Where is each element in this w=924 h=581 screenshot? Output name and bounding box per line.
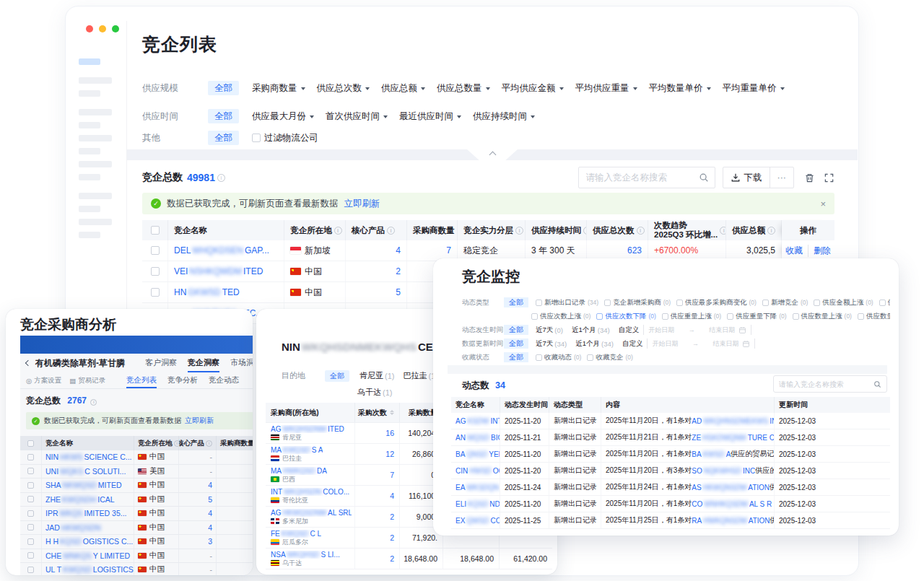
delete-button[interactable]	[804, 172, 815, 183]
custom-range-label[interactable]: 自定义	[619, 326, 640, 335]
calendar-icon[interactable]	[742, 340, 750, 348]
times-link[interactable]: 16	[385, 429, 394, 437]
core-product-cell[interactable]: 4	[179, 507, 217, 520]
core-product-cell[interactable]: 5	[346, 282, 407, 302]
filter-all-chip[interactable]: 全部	[504, 338, 528, 349]
date-range-input[interactable]: 开始日期 → 结束日期	[643, 325, 751, 335]
mini-tab[interactable]: 客户洞察	[145, 354, 177, 372]
checkbox-icon[interactable]	[27, 552, 34, 559]
mini-subtab[interactable]: 竞企列表	[126, 372, 157, 388]
filter-dropdown[interactable]: 供应总额	[381, 82, 425, 95]
mini-subtab[interactable]: 竞企动态	[209, 372, 239, 388]
competitor-search[interactable]	[578, 167, 715, 188]
type-option-checkbox[interactable]: 供应重量上涨(0)	[662, 312, 721, 321]
scheme-settings-button[interactable]: ◎方案设置	[26, 376, 61, 385]
target-name-visible[interactable]: AS	[692, 484, 701, 492]
info-icon[interactable]	[720, 227, 726, 235]
filter-dropdown[interactable]: 供应最大月份	[252, 110, 314, 123]
type-option-checkbox[interactable]: 新增竞企(0)	[762, 298, 808, 307]
info-icon[interactable]	[767, 227, 775, 235]
core-product-cell[interactable]: 5	[179, 493, 217, 507]
competitor-name-link[interactable]: DELWHQKDSENGAP...	[174, 245, 269, 255]
times-link[interactable]: 2	[390, 554, 394, 563]
refresh-now-link[interactable]: 立即刷新	[344, 198, 380, 210]
competitor-name-link[interactable]: VEINSHKQWDMITED	[174, 266, 263, 276]
core-product-cell[interactable]: 4	[179, 479, 217, 492]
target-name-visible[interactable]: INES	[770, 417, 775, 425]
checkbox-icon[interactable]	[27, 496, 34, 502]
times-link[interactable]: 2	[390, 512, 394, 521]
time-option[interactable]: 近1个月(34)	[572, 326, 610, 335]
buyer-count-cell[interactable]: 7	[407, 240, 458, 261]
competitor-name-link[interactable]: CINHWSDOGIS...	[456, 467, 500, 475]
target-name-visible[interactable]: INC	[743, 467, 755, 475]
sidebar-skeleton-bar-active[interactable]	[79, 58, 100, 65]
times-link[interactable]: 12	[385, 450, 394, 458]
competitor-name-link[interactable]: ELIKQSDNDU...	[456, 500, 500, 508]
filter-dropdown[interactable]: 平均重量单价	[723, 82, 785, 95]
minimize-window-icon[interactable]	[99, 25, 106, 32]
info-icon[interactable]	[206, 440, 212, 447]
type-option-checkbox[interactable]: 供应重量下降(0)	[727, 312, 786, 321]
checkbox-icon[interactable]	[27, 468, 34, 474]
core-product-cell[interactable]: 3	[179, 535, 217, 549]
date-range-input[interactable]: 开始日期 → 结束日期	[647, 338, 755, 349]
download-button[interactable]: 下载	[723, 167, 770, 188]
checkbox-icon[interactable]	[27, 440, 34, 447]
search-input[interactable]	[779, 380, 873, 388]
target-name-visible[interactable]: ATION	[748, 484, 770, 492]
competitor-name-link[interactable]: EXQWSDCO...	[456, 517, 500, 525]
info-icon[interactable]	[515, 227, 523, 235]
filter-all-chip[interactable]: 全部	[504, 352, 528, 362]
sort-icon[interactable]	[390, 410, 394, 415]
buyer-name-link[interactable]: INTWKQHSDNCOLO...	[271, 488, 349, 496]
purchase-times-cell[interactable]: 2	[355, 528, 400, 548]
filter-dropdown[interactable]: 平均供应金额	[502, 82, 564, 95]
destination-option[interactable]: 乌干达(1)	[357, 387, 392, 398]
info-icon[interactable]	[174, 440, 180, 447]
info-icon[interactable]	[387, 227, 395, 235]
fullscreen-button[interactable]	[824, 172, 834, 183]
monitor-search[interactable]	[773, 375, 887, 393]
refresh-now-link[interactable]: 立即刷新	[185, 416, 214, 426]
competitor-name-link[interactable]: UNIWQKSC SOLUTI...	[45, 467, 126, 476]
info-icon[interactable]	[334, 227, 342, 235]
more-button[interactable]: ···	[770, 167, 794, 188]
close-window-icon[interactable]	[86, 25, 93, 32]
buyer-name-link[interactable]: MAHWKQSDDA	[271, 467, 327, 475]
mini-tab[interactable]: 市场洞察	[230, 354, 253, 372]
info-icon[interactable]	[637, 227, 645, 235]
competitor-name-link[interactable]: EAWKSDQNO	[456, 484, 500, 492]
buyer-name-link[interactable]: AGHKWQSDNMAL SRL	[271, 509, 352, 517]
filter-dropdown[interactable]: 采购商数量	[252, 82, 305, 95]
buyer-name-link[interactable]: MAKWQSDS A	[271, 446, 323, 454]
competitor-name-link[interactable]: H HKQSDOGISTICS C...	[45, 537, 133, 546]
target-name-visible[interactable]: SO	[692, 467, 702, 475]
filter-dropdown[interactable]: 供应持续时间	[473, 110, 535, 123]
time-option[interactable]: 近7天(34)	[536, 339, 567, 349]
filter-dropdown[interactable]: 最近供应时间	[399, 110, 461, 123]
purchase-times-cell[interactable]: 2	[355, 549, 400, 569]
filter-dropdown[interactable]: 供应总数量	[437, 82, 490, 95]
core-product-cell[interactable]: 4	[346, 240, 407, 261]
checkbox-icon[interactable]	[27, 454, 34, 460]
checkbox-icon[interactable]	[151, 226, 160, 235]
target-name-visible[interactable]: RA	[692, 517, 702, 525]
zoom-window-icon[interactable]	[112, 25, 119, 32]
target-name-visible[interactable]: TURE COR	[748, 434, 775, 442]
search-input[interactable]	[586, 172, 699, 183]
favorite-option-checkbox[interactable]: 收藏竞企(0)	[587, 353, 632, 362]
target-name-visible[interactable]: ATION	[749, 517, 770, 525]
filter-dropdown[interactable]: 首次供应时间	[326, 110, 388, 123]
target-name-visible[interactable]: AL S R L	[749, 500, 775, 508]
purchase-times-cell[interactable]: 12	[355, 444, 400, 464]
competitor-name-link[interactable]: NINHKWSSCIENCE C...	[45, 453, 132, 461]
competitor-name-link[interactable]: HNGKWSDTED	[174, 287, 240, 297]
search-icon[interactable]	[873, 380, 881, 388]
core-product-cell[interactable]: -	[179, 563, 217, 575]
type-option-checkbox[interactable]: 供应金额下降(0)	[879, 298, 890, 307]
type-option-checkbox[interactable]: 新增出口记录(34)	[536, 298, 598, 307]
checkbox-icon[interactable]	[27, 538, 34, 545]
custom-range-label[interactable]: 自定义	[622, 339, 643, 349]
favorite-option-checkbox[interactable]: 收藏动态(0)	[536, 353, 581, 362]
